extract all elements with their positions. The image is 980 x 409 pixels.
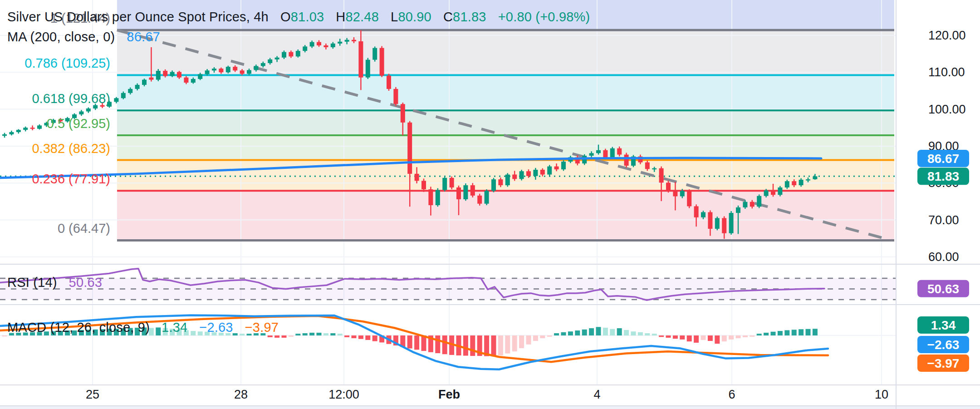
macd-hist-bar [778,331,783,335]
macd-hist-bar [603,328,608,335]
candle-body [177,72,181,77]
candle-body [442,178,447,190]
candle-body [323,45,328,47]
fib-label-0: 0 (64.47) [58,221,110,236]
candle-body [121,93,126,98]
macd-hist-bar [309,333,314,335]
macd-hist-bar [533,335,538,341]
candle-body [603,150,608,158]
rsi-label[interactable]: RSI (14) [7,275,57,290]
candle-body [715,218,720,229]
macd-hist-value: 1.34 [162,320,187,335]
candle-body [407,123,412,174]
candle-body [757,196,761,207]
macd-hist-bar [624,330,629,335]
candle-body [485,191,489,203]
candle-body [624,155,629,166]
macd-hist-bar [764,333,769,335]
macd-label[interactable]: MACD (12, 26, close, 9) [7,320,150,335]
macd-hist-bar [722,335,727,341]
candle-body [226,67,230,72]
candle-body [743,202,747,207]
macd-hist-bar [680,335,685,340]
price-tick-label: 100.00 [928,103,966,116]
macd-legend[interactable]: MACD (12, 26, close, 9)1.34−2.63−3.97 [7,320,279,335]
high-letter: H [336,10,345,24]
macd-hist-bar [407,335,412,349]
symbol-title[interactable]: Silver US Dollars per Ounce Spot Prices,… [7,10,269,24]
trading-chart-app: 1 (121.44)0.786 (109.25)0.618 (99.68)0.5… [0,0,980,409]
candle-body [645,163,650,169]
macd-hist-bar [750,335,755,337]
macd-hist-bar [358,335,363,339]
macd-hist-bar [282,335,287,338]
candle-body [345,40,349,42]
candle-body [659,168,664,183]
candle-body [764,190,769,196]
fib-label-0.786: 0.786 (109.25) [24,56,110,70]
candle-body [792,181,796,185]
macd-hist-bar [792,330,797,335]
candle-body [303,46,307,51]
candle-body [596,150,601,153]
candle-body [778,187,782,195]
macd-hist-bar [414,335,419,350]
rsi-legend[interactable]: RSI (14)50.63 [7,275,102,290]
candle-body [282,52,286,58]
macd-hist-bar [736,335,741,338]
candle-body [30,128,35,129]
macd-hist-bar [784,330,789,335]
macd-hist-bar [561,332,566,335]
candle-body [9,132,14,134]
candle-body [554,167,559,170]
macd-hist-bar [491,335,496,356]
candle-body [149,78,153,80]
fib-label-0.236: 0.236 (77.91) [32,172,110,186]
candle-body [547,167,552,175]
candle-body [380,48,384,76]
candle-body [666,182,671,191]
candle-body [736,207,740,213]
chart-canvas[interactable]: 1 (121.44)0.786 (109.25)0.618 (99.68)0.5… [0,0,980,409]
candle-body [163,71,167,76]
candle-body [498,179,503,185]
macd-hist-bar [372,335,377,341]
macd-hist-bar [813,329,818,335]
macd-hist-bar [645,333,650,335]
macd-hist-bar [421,335,426,351]
macd-hist-bar [303,333,308,335]
rsi-value: 50.63 [69,275,103,290]
macd-hist-bar [442,335,447,354]
candle-body [352,40,356,41]
candle-body [771,190,775,195]
macd-hist-bar [365,335,370,340]
macd-hist-bar [638,332,643,335]
candle-body [708,212,712,229]
candle-body [785,181,789,187]
ma-label[interactable]: MA (200, close, 0) [7,30,115,44]
time-tick-label: 6 [728,388,735,401]
time-tick-label: Feb [438,388,460,401]
candle-body [393,89,398,104]
fib-band-3 [117,110,894,135]
macd-hist-bar [673,335,678,339]
macd-hist-bar [323,333,328,335]
macd-hist-bar [582,330,587,335]
candle-body [421,181,426,189]
candle-body [289,52,293,57]
macd-hist-badge: 1.34 [931,318,956,332]
ma-legend[interactable]: MA (200, close, 0)86.67 [7,29,160,44]
macd-hist-bar [575,330,580,335]
candle-body [387,76,391,89]
macd-hist-bar [715,335,720,344]
candle-body [198,74,202,79]
macd-hist-bar [295,334,300,335]
time-tick-label: 4 [593,388,600,401]
ma-value: 86.67 [127,30,160,44]
price-tick-label: 60.00 [928,250,959,264]
candle-body [23,128,28,130]
candle-body [519,171,524,179]
chart-legend[interactable]: Silver US Dollars per Ounce Spot Prices,… [7,9,590,25]
macd-hist-bar [554,333,559,335]
low-letter: L [391,10,398,24]
